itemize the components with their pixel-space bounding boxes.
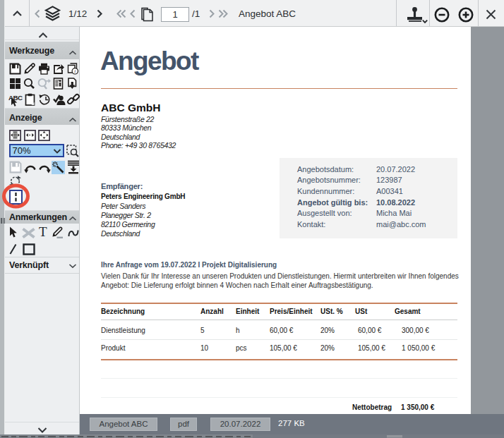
svg-text:i: i — [74, 68, 76, 74]
